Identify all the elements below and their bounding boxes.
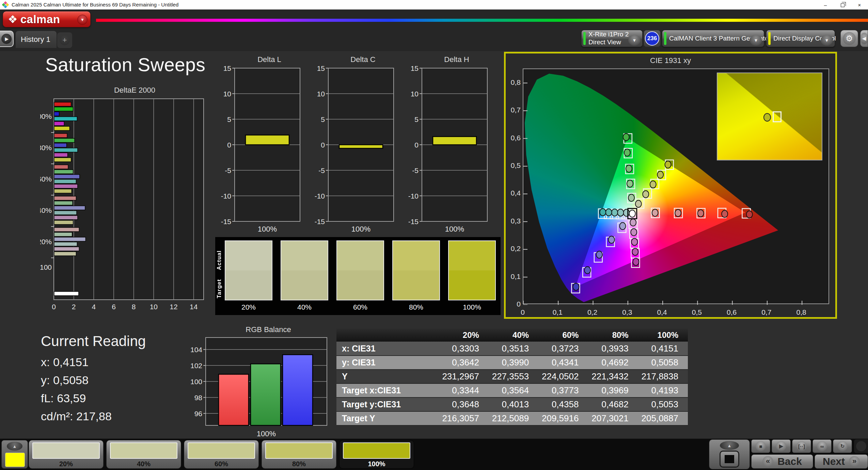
pattern-preview-swatch — [5, 453, 25, 467]
swatch-column-40% — [281, 240, 328, 300]
table-cell: 0,4682 — [588, 397, 638, 411]
pattern-swatch — [265, 442, 333, 459]
cie-1931-panel: CIE 1931 xy 00,10,20,30,40,50,60,70,800,… — [504, 52, 837, 319]
calman-menu-button[interactable]: ❖ calman ▼ — [3, 11, 91, 27]
brand-chevron-icon[interactable]: ▼ — [77, 15, 88, 25]
continuous-measure-button[interactable]: ∞ — [812, 439, 832, 453]
pattern-window-up-arrow-icon[interactable]: ▲ — [720, 441, 739, 450]
play-button[interactable]: ▶ — [772, 439, 791, 453]
target-swatch — [337, 270, 383, 300]
swatch-level-label: 20% — [225, 303, 272, 311]
cie-x-tick-label: 0 — [512, 308, 533, 316]
stop-icon: ■ — [756, 441, 766, 451]
delta-h-plot: 151050-5-10-15100% — [407, 65, 491, 232]
close-button[interactable]: × — [851, 0, 868, 10]
svg-text:-5: -5 — [318, 167, 325, 174]
table-cell: 0,3513 — [489, 342, 538, 356]
pattern-label: 20% — [29, 460, 103, 468]
pattern-source-dropdown[interactable]: CalMAN Client 3 Pattern Generator ▼ — [662, 30, 764, 47]
tab-history-1[interactable]: History 1 — [16, 31, 57, 48]
pattern-button-60%[interactable]: 60% — [184, 440, 259, 469]
pattern-button-100%[interactable]: 100% — [339, 440, 414, 469]
minimize-button[interactable]: – — [817, 0, 834, 10]
svg-text:100%: 100% — [40, 112, 52, 120]
cie-y-tick-label: 0,1 — [507, 272, 521, 281]
svg-text:100: 100 — [190, 378, 202, 386]
actual-swatch — [393, 241, 439, 270]
meter-reading-badge-button[interactable]: 236 — [644, 30, 661, 47]
restore-button[interactable] — [834, 0, 851, 10]
svg-text:20%: 20% — [40, 238, 52, 246]
table-cell: 0,4692 — [588, 356, 638, 370]
cie-x-tick-label: 0,7 — [756, 308, 777, 316]
target-swatch — [281, 270, 328, 300]
stop-button[interactable]: ■ — [751, 439, 770, 453]
next-chevron-icon: » — [849, 456, 860, 467]
pattern-label: 40% — [107, 460, 181, 468]
row-label: Y — [336, 370, 439, 383]
results-table: 20%40%60%80%100% x: CIE310,33030,35130,3… — [336, 329, 688, 426]
saturation-swatch-panel: Actual Target 20%40%60%80%100% — [215, 237, 501, 315]
actual-swatch — [337, 241, 383, 270]
svg-text:40%: 40% — [40, 206, 52, 214]
display-control-dropdown[interactable]: Direct Display Control ▼ — [766, 30, 835, 47]
cie-chart-plot — [523, 68, 829, 304]
svg-text:4: 4 — [92, 303, 96, 311]
meter-dropdown[interactable]: X-Rite i1Pro 2 Direct View ▼ — [581, 30, 643, 47]
collapse-panel-button[interactable]: ◀ — [860, 30, 868, 47]
inset-measured-point — [763, 113, 771, 122]
settings-button[interactable]: ⚙ — [840, 30, 858, 47]
reading-x: x: 0,4151 — [41, 356, 146, 369]
svg-text:15: 15 — [223, 65, 231, 72]
refresh-icon: ↻ — [837, 441, 848, 451]
table-row: x: CIE310,33030,35130,37230,39330,4151 — [336, 342, 688, 356]
swatch-column-100% — [448, 240, 496, 300]
table-cell: 0,3773 — [538, 383, 588, 397]
calman-app-icon — [2, 1, 9, 8]
svg-text:-10: -10 — [408, 192, 419, 200]
add-tab-button[interactable]: + — [57, 32, 72, 48]
calman-app-window: Calman 2025 Calman Ultimate for Business… — [0, 0, 868, 470]
pattern-window-toggle[interactable] — [720, 451, 739, 468]
table-cell: 209,5916 — [538, 411, 588, 425]
plus-icon: + — [60, 35, 70, 45]
rgb-balance-plot: 1041021009896100% — [184, 335, 331, 440]
pattern-source-chevron-icon: ▼ — [750, 35, 762, 46]
svg-text:10: 10 — [317, 90, 325, 98]
table-row: Y231,2967227,3553224,0502221,3432217,883… — [336, 370, 688, 383]
cie-y-tick-label: 0,3 — [507, 217, 521, 225]
target-swatch — [393, 270, 439, 300]
cie-y-tick-label: 0,4 — [507, 189, 521, 197]
rgb-balance-chart: RGB Balance 1041021009896100% — [184, 325, 331, 441]
svg-text:0: 0 — [52, 303, 56, 311]
pattern-button-20%[interactable]: 20% — [29, 440, 104, 469]
pattern-button-80%[interactable]: 80% — [262, 440, 336, 469]
refresh-button[interactable]: ↻ — [833, 439, 852, 453]
actual-swatch — [449, 241, 495, 270]
table-cell: 0,3969 — [588, 383, 638, 397]
rainbow-spectrum-bar — [96, 19, 868, 22]
svg-text:5: 5 — [414, 115, 419, 123]
swatch-level-label: 60% — [336, 303, 384, 311]
table-cell: 207,3021 — [588, 411, 638, 425]
table-cell: 231,2967 — [439, 370, 489, 383]
svg-text:96: 96 — [194, 410, 202, 418]
svg-text:100%: 100% — [257, 429, 276, 438]
next-button[interactable]: Next » — [815, 454, 868, 469]
swatch-column-20% — [225, 240, 272, 300]
table-row: y: CIE310,36420,39900,43410,46920,5058 — [336, 356, 688, 370]
disabled-circle-icon — [856, 441, 866, 451]
workflow-flyout-button[interactable]: ▶ — [0, 31, 14, 47]
svg-text:0: 0 — [227, 141, 231, 149]
measure-series-button[interactable]: [··] — [792, 439, 811, 453]
display-control-chevron-icon: ▼ — [821, 35, 833, 46]
svg-text:15: 15 — [317, 65, 325, 72]
pattern-window-panel[interactable]: ▲ — [709, 439, 750, 469]
inset-target-square — [773, 111, 782, 122]
pattern-button-40%[interactable]: 40% — [106, 440, 181, 469]
cie-y-tick-label: 0,7 — [507, 106, 521, 114]
pattern-up-arrow-icon[interactable]: ▲ — [7, 442, 22, 451]
back-button[interactable]: « Back — [751, 454, 813, 469]
pattern-nav-panel[interactable]: ▲ — [1, 440, 28, 469]
svg-text:14: 14 — [190, 303, 198, 311]
